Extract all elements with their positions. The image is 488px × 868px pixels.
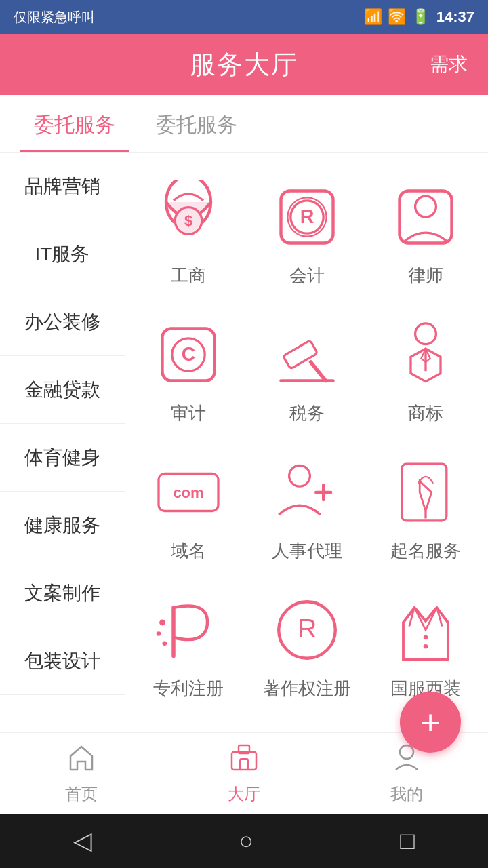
svg-text:com: com	[173, 484, 203, 501]
hall-icon	[229, 743, 259, 779]
grid-item-qiming[interactable]: 起名服务	[369, 441, 481, 572]
zhuanli-icon	[151, 593, 226, 667]
home-button[interactable]: ○	[239, 827, 253, 855]
shangbiao-icon	[388, 317, 463, 392]
shangbiao-label: 商标	[408, 401, 443, 425]
sidebar-item-it[interactable]: IT服务	[0, 220, 125, 288]
nav-home-label: 首页	[65, 783, 98, 805]
grid-item-zhuzuoquan[interactable]: R 著作权注册	[251, 579, 363, 710]
zhuzuoquan-label: 著作权注册	[263, 677, 351, 701]
header: 服务大厅 需求	[0, 34, 488, 95]
svg-point-27	[156, 631, 161, 636]
sidebar-item-jinrong[interactable]: 金融贷款	[0, 356, 125, 424]
svg-point-32	[423, 644, 428, 649]
nav-hall-label: 大厅	[228, 783, 260, 805]
svg-point-36	[400, 745, 413, 759]
grid-item-shuiwu[interactable]: 税务	[251, 304, 363, 435]
tab-weituofuwu-2[interactable]: 委托服务	[142, 95, 251, 152]
svg-point-31	[423, 635, 428, 640]
page-title: 服务大厅	[190, 47, 298, 82]
phone-icon: 📶	[364, 8, 382, 26]
yuming-label: 域名	[171, 539, 206, 563]
service-grid: $ 工商 R 会计	[132, 166, 481, 710]
svg-point-28	[162, 642, 167, 646]
gongshang-icon: $	[151, 180, 226, 254]
svg-point-8	[415, 196, 436, 217]
wifi-icon: 🛜	[388, 8, 406, 26]
svg-text:$: $	[184, 212, 192, 229]
status-icons: 📶 🛜 🔋	[364, 8, 430, 26]
needs-button[interactable]: 需求	[430, 52, 468, 77]
sidebar-item-baozhuang[interactable]: 包装设计	[0, 627, 125, 695]
grid-content: $ 工商 R 会计	[125, 153, 488, 732]
lvshi-label: 律师	[408, 264, 443, 288]
grid-item-guofu[interactable]: 国服西装	[369, 579, 481, 710]
nav-mine[interactable]: 我的	[325, 733, 488, 814]
guofu-icon	[388, 593, 463, 667]
grid-item-gongshang[interactable]: $ 工商	[132, 166, 244, 297]
tab-bar: 委托服务 委托服务	[0, 95, 488, 153]
home-icon	[66, 743, 96, 779]
status-bar: 仅限紧急呼叫 📶 🛜 🔋 14:37	[0, 0, 488, 34]
nav-home[interactable]: 首页	[0, 733, 163, 814]
back-button[interactable]: ◁	[73, 827, 92, 855]
lvshi-icon	[388, 180, 463, 254]
sidebar-item-bangong[interactable]: 办公装修	[0, 288, 125, 356]
grid-item-zhuanli[interactable]: 专利注册	[132, 579, 244, 710]
svg-point-26	[159, 620, 165, 626]
sidebar-item-pinpai[interactable]: 品牌营销	[0, 153, 125, 220]
kuaiji-icon: R	[270, 180, 344, 254]
svg-text:C: C	[181, 343, 195, 365]
status-right: 📶 🛜 🔋 14:37	[364, 8, 474, 26]
qiming-icon	[388, 455, 463, 530]
main-content: 品牌营销 IT服务 办公装修 金融贷款 体育健身 健康服务 文案制作 包装设计 …	[0, 153, 488, 732]
recents-button[interactable]: □	[400, 827, 415, 855]
svg-rect-33	[232, 752, 256, 770]
renshi-icon	[270, 455, 344, 530]
svg-rect-24	[401, 464, 446, 521]
battery-icon: 🔋	[411, 8, 430, 26]
svg-line-13	[310, 362, 325, 381]
grid-item-renshi[interactable]: 人事代理	[251, 441, 363, 572]
grid-item-shangbiao[interactable]: 商标	[369, 304, 481, 435]
svg-rect-35	[240, 759, 248, 770]
fab-button[interactable]: +	[400, 692, 461, 753]
sidebar-item-tiyu[interactable]: 体育健身	[0, 424, 125, 492]
nav-mine-label: 我的	[390, 783, 423, 805]
svg-text:R: R	[297, 613, 317, 643]
status-time: 14:37	[436, 8, 474, 26]
zhuanli-label: 专利注册	[153, 677, 224, 701]
nav-hall[interactable]: 大厅	[163, 733, 325, 814]
grid-item-shenji[interactable]: C 审计	[132, 304, 244, 435]
system-nav: ◁ ○ □	[0, 814, 488, 868]
shenji-label: 审计	[171, 401, 206, 425]
kuaiji-label: 会计	[289, 264, 325, 288]
tab-weituofuwu-1[interactable]: 委托服务	[20, 95, 129, 152]
status-left-text: 仅限紧急呼叫	[14, 8, 95, 26]
svg-point-21	[289, 465, 310, 486]
renshi-label: 人事代理	[272, 539, 342, 563]
svg-point-15	[415, 323, 436, 344]
grid-item-yuming[interactable]: com 域名	[132, 441, 244, 572]
sidebar: 品牌营销 IT服务 办公装修 金融贷款 体育健身 健康服务 文案制作 包装设计	[0, 153, 125, 732]
shuiwu-icon	[270, 317, 344, 392]
grid-item-lvshi[interactable]: 律师	[369, 166, 481, 297]
sidebar-item-jiankang[interactable]: 健康服务	[0, 492, 125, 559]
grid-item-kuaiji[interactable]: R 会计	[251, 166, 363, 297]
yuming-icon: com	[151, 455, 226, 530]
qiming-label: 起名服务	[390, 539, 461, 563]
shuiwu-label: 税务	[289, 401, 325, 425]
gongshang-label: 工商	[171, 264, 206, 288]
zhuzuoquan-icon: R	[270, 593, 344, 667]
svg-text:R: R	[300, 205, 314, 227]
sidebar-item-wenan[interactable]: 文案制作	[0, 559, 125, 627]
shenji-icon: C	[151, 317, 226, 392]
